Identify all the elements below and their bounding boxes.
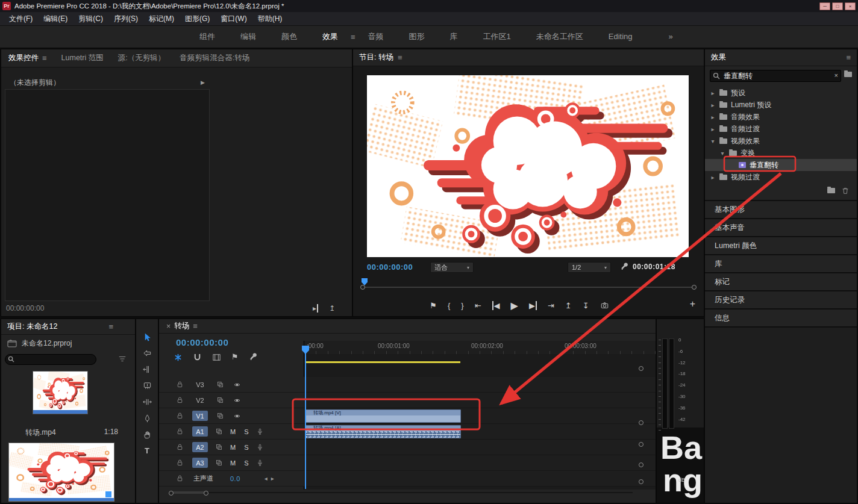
tree-item-transform-folder[interactable]: ▾变换 bbox=[705, 147, 857, 159]
chevron-right-icon[interactable]: ▸ bbox=[710, 174, 716, 181]
extract-button[interactable]: ↧ bbox=[583, 301, 589, 310]
program-current-timecode[interactable]: 00:00:00:00 bbox=[367, 263, 413, 272]
solo-button[interactable]: S bbox=[244, 444, 248, 451]
tab-effect-controls[interactable]: 效果控件 ≡ bbox=[1, 53, 54, 63]
linked-selection-icon[interactable] bbox=[212, 353, 221, 362]
chevron-down-icon[interactable]: ▾ bbox=[710, 138, 716, 145]
new-bin-icon[interactable] bbox=[827, 188, 835, 193]
zoom-handle-right[interactable] bbox=[204, 491, 208, 496]
nest-sequence-icon[interactable] bbox=[174, 353, 183, 362]
workspace-color[interactable]: 颜色 bbox=[269, 25, 310, 48]
menu-clip[interactable]: 剪辑(C) bbox=[73, 14, 108, 24]
track-lane-v3[interactable] bbox=[304, 377, 656, 393]
mic-icon[interactable] bbox=[256, 443, 264, 452]
workspace-editing-en[interactable]: Editing bbox=[596, 25, 645, 48]
add-marker-icon[interactable]: ⚑ bbox=[231, 352, 239, 361]
workspace-unnamed[interactable]: 未命名工作区 bbox=[524, 25, 596, 48]
sync-lock-icon[interactable] bbox=[216, 412, 224, 420]
panel-tab-libraries[interactable]: 库 bbox=[705, 254, 857, 272]
lock-icon[interactable] bbox=[176, 396, 184, 404]
workspace-effects[interactable]: 效果 bbox=[310, 25, 351, 48]
mute-button[interactable]: M bbox=[230, 444, 236, 451]
menu-marker[interactable]: 标记(M) bbox=[143, 14, 180, 24]
close-button[interactable]: × bbox=[845, 2, 856, 10]
scrub-handle-right[interactable] bbox=[692, 285, 697, 290]
track-lane-a3[interactable] bbox=[304, 455, 656, 471]
panel-tab-essential-sound[interactable]: 基本声音 bbox=[705, 218, 857, 236]
add-marker-button[interactable]: ⚑ bbox=[430, 301, 437, 310]
mute-button[interactable]: M bbox=[230, 428, 236, 435]
thumbnail-scrub-bar[interactable] bbox=[33, 410, 87, 414]
eye-icon[interactable] bbox=[233, 381, 242, 388]
menu-graphics[interactable]: 图形(G) bbox=[180, 14, 215, 24]
go-to-in-button[interactable]: ⇤ bbox=[475, 301, 481, 310]
program-scrub-track[interactable] bbox=[360, 287, 697, 288]
filter-bin-icon[interactable] bbox=[118, 355, 127, 363]
sync-lock-icon[interactable] bbox=[215, 428, 223, 435]
track-lane-v2[interactable] bbox=[304, 393, 656, 408]
step-forward-button[interactable]: ▶ bbox=[529, 301, 537, 310]
panel-tab-essential-graphics[interactable]: 基本图形 bbox=[705, 200, 857, 218]
eye-icon[interactable] bbox=[233, 412, 242, 420]
type-tool[interactable]: T bbox=[136, 443, 158, 459]
video-clip[interactable]: 转场.mp4 [V] bbox=[305, 409, 461, 423]
track-badge[interactable]: V3 bbox=[192, 379, 208, 390]
solo-button[interactable]: S bbox=[244, 428, 248, 435]
play-in-to-out-icon[interactable]: ▸ bbox=[313, 304, 318, 313]
tree-item-audio-transitions[interactable]: ▸音频过渡 bbox=[705, 123, 857, 135]
slip-tool[interactable] bbox=[136, 394, 158, 410]
close-tab-icon[interactable]: × bbox=[166, 322, 171, 331]
expand-arrow-icon[interactable]: ▶ bbox=[201, 79, 205, 86]
next-keyframe-icon[interactable]: ▸ bbox=[271, 475, 274, 482]
chevron-down-icon[interactable]: ▾ bbox=[719, 150, 725, 157]
menu-edit[interactable]: 编辑(E) bbox=[38, 14, 73, 24]
mic-icon[interactable] bbox=[256, 428, 264, 436]
workspace-menu-icon[interactable]: ≡ bbox=[351, 33, 355, 42]
panel-tab-info[interactable]: 信息 bbox=[705, 308, 857, 326]
thumbnail-scrub-bar[interactable] bbox=[9, 498, 114, 501]
settings-wrench-icon[interactable] bbox=[621, 263, 629, 271]
track-lane-a2[interactable] bbox=[304, 440, 656, 455]
zoom-handle-left[interactable] bbox=[169, 491, 174, 496]
clip-thumbnail[interactable] bbox=[33, 371, 88, 414]
panel-menu-icon[interactable]: ≡ bbox=[398, 53, 402, 62]
sync-lock-icon[interactable] bbox=[215, 443, 223, 451]
timeline-timecode[interactable]: 00:00:00:00 bbox=[176, 337, 228, 347]
timeline-tab[interactable]: × 转场 ≡ bbox=[159, 321, 205, 331]
track-badge[interactable]: A3 bbox=[192, 458, 208, 468]
razor-tool[interactable] bbox=[136, 378, 158, 394]
clip-name-label[interactable]: 转场.mp4 bbox=[25, 428, 56, 438]
selection-tool[interactable] bbox=[136, 329, 158, 345]
new-custom-bin-icon[interactable] bbox=[844, 72, 852, 77]
track-resize-handle[interactable] bbox=[639, 420, 643, 425]
timeline-settings-wrench-icon[interactable] bbox=[249, 353, 258, 361]
project-search-input[interactable] bbox=[5, 354, 96, 365]
tree-item-video-transitions[interactable]: ▸视频过渡 bbox=[705, 171, 857, 183]
panel-menu-icon[interactable]: ≡ bbox=[193, 322, 198, 331]
work-area-bar[interactable] bbox=[305, 361, 460, 363]
lock-icon[interactable] bbox=[176, 459, 184, 467]
chevron-right-icon[interactable]: ▸ bbox=[710, 126, 716, 132]
menu-window[interactable]: 窗口(W) bbox=[215, 14, 252, 24]
menu-help[interactable]: 帮助(H) bbox=[252, 14, 288, 24]
play-button[interactable]: ▶ bbox=[511, 300, 518, 311]
tab-lumetri-scopes[interactable]: Lumetri 范围 bbox=[54, 53, 111, 63]
ripple-edit-tool[interactable] bbox=[136, 361, 158, 378]
workspace-libraries[interactable]: 库 bbox=[437, 25, 471, 48]
timeline-scrollbar-thumb[interactable] bbox=[172, 491, 206, 494]
mark-out-button[interactable]: } bbox=[461, 301, 463, 310]
step-back-button[interactable]: ◀ bbox=[492, 301, 500, 310]
lift-button[interactable]: ↥ bbox=[565, 301, 572, 310]
tree-item-lumetri-presets[interactable]: ▸Lumetri 预设 bbox=[705, 99, 857, 111]
menu-file[interactable]: 文件(F) bbox=[4, 14, 38, 24]
panel-menu-icon[interactable]: ≡ bbox=[846, 53, 851, 62]
panel-tab-lumetri-color[interactable]: Lumetri 颜色 bbox=[705, 236, 857, 254]
workspace-audio[interactable]: 音频 bbox=[355, 25, 396, 48]
go-to-out-button[interactable]: ⇥ bbox=[548, 301, 554, 310]
track-badge[interactable]: A1 bbox=[192, 426, 208, 437]
hand-tool[interactable] bbox=[136, 426, 158, 443]
master-level-value[interactable]: 0.0 bbox=[230, 475, 240, 482]
project-root-item[interactable]: 未命名12.prproj bbox=[7, 338, 72, 349]
playback-resolution-select[interactable]: 1/2 ▾ bbox=[568, 262, 611, 273]
workspace-custom1[interactable]: 工作区1 bbox=[471, 25, 524, 48]
